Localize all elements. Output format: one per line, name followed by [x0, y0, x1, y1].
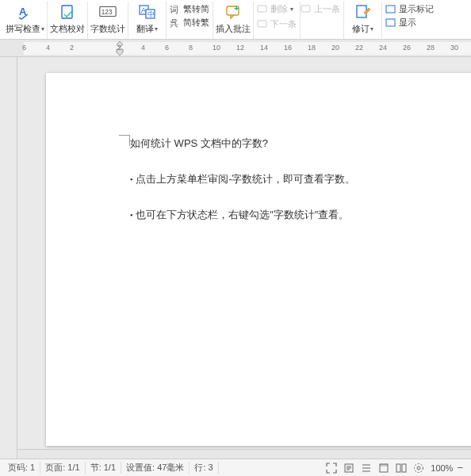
delete-icon: [257, 4, 268, 15]
svg-text:+: +: [234, 3, 239, 13]
ruler-mark: 4: [46, 44, 50, 52]
fullscreen-button[interactable]: [323, 463, 340, 474]
ribbon-toolbar: A 拼写检查▾ 文档校对 123 字数统计 A中 翻译▾ 词繁转简 呉简转繁 +…: [0, 0, 471, 40]
ruler-mark: 2: [117, 44, 121, 52]
next-comment: 下一条: [257, 18, 297, 30]
translate-label: 翻译▾: [136, 23, 158, 35]
convert-group: 词繁转简 呉简转繁: [167, 2, 213, 39]
ruler-mark: 26: [403, 44, 411, 52]
show-markup[interactable]: 显示标记: [385, 3, 434, 15]
svg-rect-17: [386, 19, 395, 26]
zoom-out-button[interactable]: −: [455, 462, 465, 474]
status-section[interactable]: 节: 1/1: [86, 462, 121, 474]
zoom-level: 100%: [431, 463, 453, 473]
prev-icon: [301, 4, 312, 15]
doc-bullet-1: 点击上方菜单栏审阅-字数统计，即可查看字数。: [130, 173, 442, 186]
simp-to-trad[interactable]: 呉简转繁: [170, 17, 209, 29]
revise-label: 修订▾: [352, 23, 373, 35]
wordcount-icon: 123: [98, 2, 117, 21]
doc-bullet-2: 也可在下方状态栏，右键勾选"字数统计"查看。: [130, 209, 442, 222]
ruler-mark: 4: [141, 44, 145, 52]
translate-group[interactable]: A中 翻译▾: [128, 2, 167, 39]
status-setvalue[interactable]: 设置值: 47毫米: [121, 462, 190, 474]
ruler-mark: 18: [308, 44, 316, 52]
markup-icon: [385, 4, 396, 15]
horizontal-scrollbar[interactable]: [17, 449, 471, 459]
docproof-icon: [58, 2, 77, 21]
comment-nav-group2: 上一条 x: [297, 2, 344, 39]
svg-rect-12: [258, 6, 266, 12]
trad-icon: 词: [170, 4, 181, 15]
vertical-ruler[interactable]: [0, 57, 17, 459]
spellcheck-label: 拼写检查▾: [6, 23, 44, 35]
doc-title: 如何统计 WPS 文档中的字数?: [130, 136, 442, 151]
svg-text:中: 中: [147, 10, 155, 18]
trad-to-simp[interactable]: 词繁转简: [170, 3, 209, 15]
ruler-mark: 6: [22, 44, 26, 52]
svg-text:123: 123: [101, 8, 113, 16]
ruler-mark: 20: [331, 44, 339, 52]
ruler-mark: 24: [379, 44, 387, 52]
ruler-mark: 2: [70, 44, 74, 52]
docproof-group[interactable]: 文档校对: [48, 2, 88, 39]
svg-rect-29: [380, 464, 388, 466]
page-viewport[interactable]: ▷ 如何统计 WPS 文档中的字数? 点击上方菜单栏审阅-字数统计，即可查看字数…: [17, 57, 471, 459]
svg-rect-13: [258, 21, 266, 27]
simp-icon: 呉: [170, 17, 181, 29]
wordcount-label: 字数统计: [90, 23, 125, 35]
ruler-mark: 12: [236, 44, 244, 52]
ruler-mark: 30: [450, 44, 458, 52]
svg-rect-14: [301, 6, 310, 12]
svg-text:词: 词: [170, 5, 178, 14]
ruler-scale: 64224681012141618202224262830: [24, 42, 471, 55]
spellcheck-icon: A: [16, 2, 35, 21]
svg-rect-31: [402, 464, 406, 472]
ruler-mark: 6: [165, 44, 169, 52]
ruler-mark: 22: [355, 44, 363, 52]
insert-comment-group[interactable]: + 插入批注: [213, 2, 254, 39]
view-web-button[interactable]: [375, 463, 392, 474]
translate-icon: A中: [138, 2, 157, 21]
svg-text:A: A: [141, 6, 146, 14]
margin-corner-icon: [119, 135, 130, 146]
horizontal-ruler[interactable]: 64224681012141618202224262830: [0, 40, 471, 57]
ruler-mark: 14: [260, 44, 268, 52]
ruler-mark: 8: [189, 44, 193, 52]
document-workspace: ▷ 如何统计 WPS 文档中的字数? 点击上方菜单栏审阅-字数统计，即可查看字数…: [0, 57, 471, 459]
status-bar: 页码: 1 页面: 1/1 节: 1/1 设置值: 47毫米 行: 3 100%…: [0, 459, 471, 476]
svg-point-33: [415, 463, 423, 472]
status-page-number[interactable]: 页码: 1: [3, 462, 40, 474]
show-all[interactable]: 显示: [385, 17, 434, 29]
docproof-label: 文档校对: [50, 23, 85, 35]
comment-icon: +: [224, 2, 243, 21]
svg-point-32: [417, 466, 420, 470]
show-icon: [385, 17, 396, 29]
svg-rect-16: [386, 6, 395, 13]
settings-icon[interactable]: [410, 463, 427, 474]
wordcount-group[interactable]: 123 字数统计: [88, 2, 128, 39]
view-outline-button[interactable]: [358, 463, 375, 474]
comment-nav-group: 删除▾ 下一条: [254, 2, 301, 39]
next-icon: [257, 19, 268, 30]
svg-text:呉: 呉: [170, 18, 178, 28]
status-page[interactable]: 页面: 1/1: [40, 462, 85, 474]
view-print-button[interactable]: [340, 463, 358, 474]
revise-icon: [354, 2, 373, 21]
delete-comment: 删除▾: [257, 3, 297, 15]
revise-group[interactable]: 修订▾: [344, 2, 382, 39]
ruler-mark: 16: [284, 44, 292, 52]
insert-comment-label: 插入批注: [216, 23, 251, 35]
view-read-button[interactable]: [392, 463, 410, 474]
prev-comment: 上一条: [301, 3, 340, 15]
svg-rect-30: [396, 464, 400, 472]
show-group: 显示标记 显示: [382, 2, 437, 39]
ruler-mark: 28: [427, 44, 435, 52]
ruler-mark: 10: [213, 44, 220, 52]
zoom-control[interactable]: 100% −: [427, 462, 468, 474]
spellcheck-group[interactable]: A 拼写检查▾: [3, 2, 48, 39]
status-row[interactable]: 行: 3: [190, 462, 218, 474]
document-page[interactable]: 如何统计 WPS 文档中的字数? 点击上方菜单栏审阅-字数统计，即可查看字数。 …: [46, 73, 471, 446]
